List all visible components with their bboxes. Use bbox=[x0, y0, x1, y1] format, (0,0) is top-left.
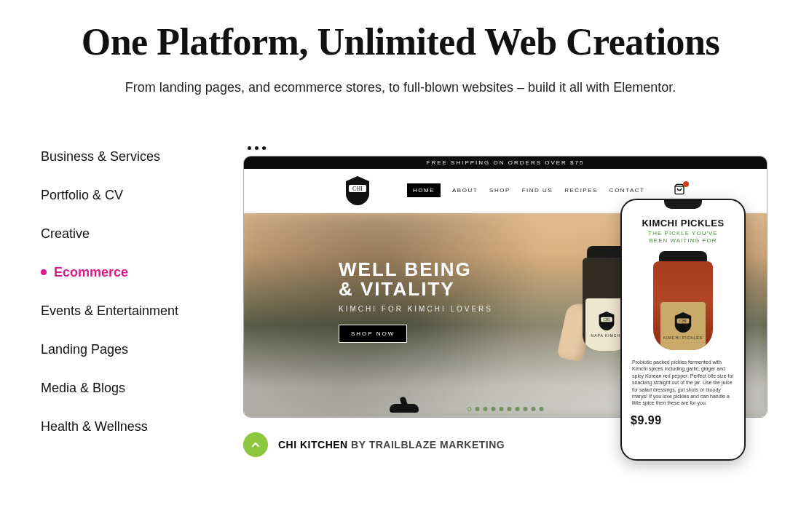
preview-nav-links: HOME ABOUT SHOP FIND US RECIPES CONTACT bbox=[407, 183, 685, 198]
credit-brand: CHI KITCHEN bbox=[278, 439, 348, 450]
sidebar-item-ecommerce[interactable]: Ecommerce bbox=[41, 265, 208, 280]
main-row: Business & Services Portfolio & CV Creat… bbox=[0, 146, 801, 457]
product-sub2: BEEN WAITING FOR bbox=[631, 237, 735, 244]
svg-text:CHI: CHI bbox=[352, 186, 363, 192]
chi-logo-icon: CHI bbox=[344, 176, 371, 205]
product-description: Probiotic packed pickles fermented with … bbox=[631, 359, 735, 407]
next-section-peek bbox=[382, 404, 426, 418]
hero-tagline: KIMCHI FOR KIMCHI LOVERS bbox=[339, 305, 493, 313]
nav-home[interactable]: HOME bbox=[407, 183, 441, 197]
nav-shop[interactable]: SHOP bbox=[489, 187, 510, 194]
product-price: $9.99 bbox=[631, 414, 735, 427]
phone-notch bbox=[664, 200, 702, 209]
sidebar-item-business[interactable]: Business & Services bbox=[41, 149, 208, 164]
sidebar-item-media[interactable]: Media & Blogs bbox=[41, 381, 208, 396]
nav-about[interactable]: ABOUT bbox=[452, 187, 478, 194]
product-image: CHI KIMCHI PICKLES bbox=[650, 251, 716, 353]
sidebar-item-creative[interactable]: Creative bbox=[41, 226, 208, 242]
sidebar-item-landing[interactable]: Landing Pages bbox=[41, 342, 208, 357]
svg-text:CHI: CHI bbox=[604, 317, 610, 322]
jar-label-text: NAPA KIMCHI bbox=[591, 333, 623, 338]
credit-byline: BY TRAILBLAZE MARKETING bbox=[348, 439, 505, 450]
nav-recipes[interactable]: RECIPES bbox=[564, 187, 598, 194]
phone-mockup: KIMCHI PICKLES THE PICKLE YOU'VE BEEN WA… bbox=[620, 199, 746, 461]
svg-text:CHI: CHI bbox=[679, 319, 687, 323]
sidebar-item-events[interactable]: Events & Entertainment bbox=[41, 303, 208, 319]
cart-icon[interactable] bbox=[674, 183, 685, 198]
credit-badge-icon[interactable] bbox=[243, 432, 268, 457]
product-sub1: THE PICKLE YOU'VE bbox=[631, 230, 735, 237]
nav-contact[interactable]: CONTACT bbox=[609, 187, 645, 194]
credit-text: CHI KITCHEN BY TRAILBLAZE MARKETING bbox=[278, 439, 505, 450]
sidebar-item-portfolio[interactable]: Portfolio & CV bbox=[41, 188, 208, 203]
shop-now-button[interactable]: SHOP NOW bbox=[339, 325, 407, 343]
category-sidebar: Business & Services Portfolio & CV Creat… bbox=[41, 146, 208, 457]
carousel-pager[interactable] bbox=[467, 407, 544, 411]
page-subtitle: From landing pages, and ecommerce stores… bbox=[73, 80, 728, 95]
phone-jar-label: KIMCHI PICKLES bbox=[663, 336, 703, 340]
preview-column: FREE SHIPPING ON ORDERS OVER $75 CHI HOM… bbox=[243, 146, 768, 457]
page-title: One Platform, Unlimited Web Creations bbox=[73, 20, 728, 64]
sidebar-item-health[interactable]: Health & Wellness bbox=[41, 419, 208, 434]
more-icon[interactable] bbox=[248, 146, 768, 150]
hero-line2: & VITALITY bbox=[339, 278, 493, 301]
product-title: KIMCHI PICKLES bbox=[631, 218, 735, 229]
nav-findus[interactable]: FIND US bbox=[522, 187, 553, 194]
preview-announcement-bar: FREE SHIPPING ON ORDERS OVER $75 bbox=[244, 156, 767, 169]
